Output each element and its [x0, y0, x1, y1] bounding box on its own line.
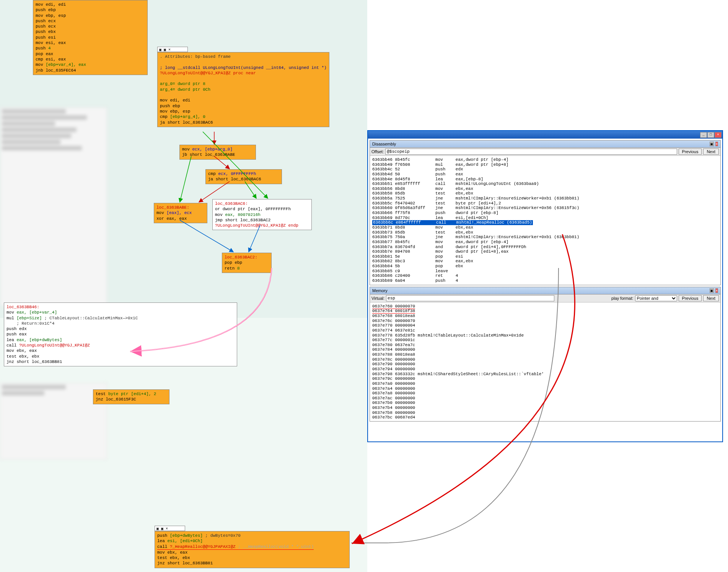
panel-close-icon[interactable]: × [715, 288, 718, 293]
offset-label: Offset: [371, 149, 384, 154]
virtual-label: Virtual: [371, 296, 384, 301]
windbg-titlebar[interactable]: _ □ × [368, 131, 722, 139]
ida-block-g[interactable]: loc_6363BAC2: pop ebp retn 8 [222, 253, 272, 273]
ida-block-i[interactable]: test byte ptr [edi+4], 2 jnz loc_63615F3… [93, 389, 169, 404]
disassembly-header[interactable]: Disassembly ▣ × [370, 141, 720, 148]
ida-block-j-title[interactable]: ▣ ▣ × [155, 526, 185, 531]
asm-line: mov [36, 2, 43, 7]
memory-panel: Memory ▣ × Virtual: play format: Pointer… [370, 287, 721, 422]
offset-bar: Offset: Previous Next [370, 148, 720, 156]
ida-block-h[interactable]: loc_6363BB46: mov eax, [ebp+var_4] mul [… [4, 302, 237, 366]
disassembly-body[interactable]: 6363bb46 8b45fc mov eax,dword ptr [ebp-4… [370, 156, 720, 285]
offset-input[interactable] [385, 149, 677, 155]
ida-block-e[interactable]: loc_6363BABE: mov [eax], ecx xor eax, ea… [154, 203, 207, 223]
close-button[interactable]: × [715, 132, 721, 138]
panel-close-icon[interactable]: × [715, 142, 718, 146]
memory-header[interactable]: Memory ▣ × [370, 287, 720, 294]
ida-block-d[interactable]: cmp ecx, 0FFFFFFFFh ja short loc_6363BAC… [205, 169, 282, 184]
panel-pin-icon[interactable]: ▣ [710, 288, 714, 293]
ida-block-f[interactable]: loc_6363BAC6: or dword ptr [eax], 0FFFFF… [212, 199, 312, 230]
ida-block-b-title[interactable]: ▣ ▣ × [157, 47, 188, 52]
panel-pin-icon[interactable]: ▣ [710, 142, 714, 146]
format-select[interactable]: Pointer and [635, 295, 677, 301]
memory-bar: Virtual: play format: Pointer and Previo… [370, 294, 720, 302]
mem-prev-button[interactable]: Previous [679, 295, 702, 301]
window-controls-icon: ▣ ▣ × [159, 48, 171, 52]
ida-block-c[interactable]: mov ecx, [ebp+arg_0] jb short loc_6363BA… [179, 145, 256, 160]
disasm-prev-button[interactable]: Previous [679, 149, 702, 155]
panel-title: Disassembly [372, 142, 396, 146]
disasm-next-button[interactable]: Next [703, 149, 719, 155]
minimize-button[interactable]: _ [700, 132, 707, 138]
panel-controls: ▣ × [709, 141, 718, 147]
disassembly-panel: Disassembly ▣ × Offset: Previous Next 63… [370, 140, 721, 285]
memory-body[interactable]: 0637e760 000000700637e764 08018f380637e7… [370, 302, 720, 421]
ida-block-j[interactable]: push [ebp+dwBytes] ; dwBytes=0x70 lea es… [155, 531, 350, 568]
mem-next-button[interactable]: Next [703, 295, 719, 301]
virtual-input[interactable] [386, 295, 554, 301]
windbg-window[interactable]: _ □ × Disassembly ▣ × Offset: Previous N… [367, 130, 723, 442]
panel-title: Memory [372, 288, 388, 293]
maximize-button[interactable]: □ [707, 132, 714, 138]
ida-block-b[interactable]: . Attributes: bp-based frame ; long __st… [157, 52, 329, 127]
panel-controls: ▣ × [709, 288, 718, 293]
format-label: play format: [611, 296, 633, 301]
ida-block-a[interactable]: mov edi, edi push ebp mov ebp, esp push … [33, 0, 148, 75]
window-controls-icon: ▣ ▣ × [156, 527, 168, 531]
